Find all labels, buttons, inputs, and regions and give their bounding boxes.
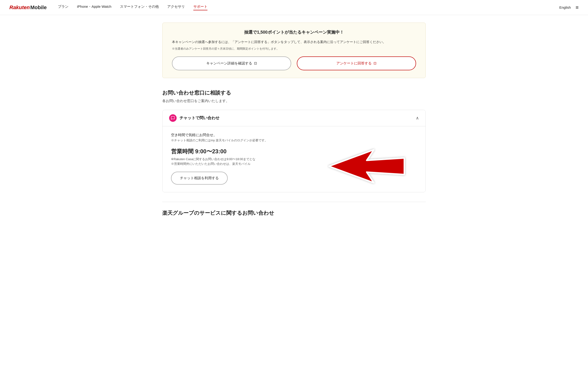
navbar: Rakuten Mobile プラン iPhone・Apple Watch スマ… [0, 0, 588, 15]
campaign-survey-button[interactable]: アンケートに回答する ⊡ [297, 56, 416, 70]
chat-card-body: 空き時間で気軽にお問合せ。 ※チャット相談のご利用にはmy 楽天モバイルのログイ… [162, 126, 426, 192]
campaign-survey-label: アンケートに回答する [336, 61, 372, 66]
campaign-title: 抽選で1,500ポイントが当たるキャンペーン実施中！ [172, 30, 416, 35]
campaign-buttons: キャンペーン詳細を確認する ⊡ アンケートに回答する ⊡ [172, 56, 416, 70]
contact-section-heading: お問い合わせ窓口に相談する [162, 89, 426, 96]
nav-link-support[interactable]: サポート [193, 4, 208, 10]
main-content: 抽選で1,500ポイントが当たるキャンペーン実施中！ 本キャンペーンの抽選へ参加… [153, 15, 435, 231]
nav-english-link[interactable]: English [559, 6, 571, 10]
section-divider [162, 202, 426, 202]
campaign-details-label: キャンペーン詳細を確認する [206, 61, 252, 66]
nav-link-smartphone[interactable]: スマートフォン・その他 [120, 4, 159, 10]
nav-right: English ≡ [559, 4, 578, 10]
chat-consult-button[interactable]: チャット相談を利用する [171, 172, 228, 184]
chat-card-title: チャットで問い合わせ [180, 115, 220, 121]
hamburger-icon[interactable]: ≡ [576, 4, 578, 10]
logo-rakuten: Rakuten [10, 4, 30, 10]
nav-link-accessory[interactable]: アクセサリ [167, 4, 185, 10]
nav-links: プラン iPhone・Apple Watch スマートフォン・その他 アクセサリ… [58, 4, 559, 10]
chat-contact-card: チャットで問い合わせ ∧ 空き時間で気軽にお問合せ。 ※チャット相談のご利用には… [162, 110, 426, 192]
campaign-description: 本キャンペーンの抽選へ参加するには、「アンケートに回答する」ボタンをタップして、… [172, 39, 416, 45]
nav-link-iphone[interactable]: iPhone・Apple Watch [77, 4, 111, 10]
business-note2: ※営業時間外にいただいたお問い合わせは、楽天モバイル [171, 162, 417, 166]
logo-mobile: Mobile [30, 4, 47, 10]
campaign-note: ※当選者のみアンケート回答月の翌々月末日頃に、期間限定ポイントを付与します。 [172, 47, 416, 51]
bottom-section-heading: 楽天グループのサービスに関するお問い合わせ [162, 210, 426, 216]
business-note1: ※Rakuten Casaに関するお問い合わせは9:00〜18:00までとな [171, 157, 417, 161]
campaign-survey-icon: ⊡ [374, 61, 376, 65]
logo-link[interactable]: Rakuten Mobile [10, 4, 46, 10]
campaign-details-button[interactable]: キャンペーン詳細を確認する ⊡ [172, 56, 291, 70]
chat-note-text: ※チャット相談のご利用にはmy 楽天モバイルのログインが必要です。 [171, 138, 417, 142]
chevron-up-icon[interactable]: ∧ [416, 116, 419, 121]
chat-bubble-icon [169, 114, 177, 122]
chat-card-header: チャットで問い合わせ ∧ [162, 110, 426, 126]
chat-consult-label: チャット相談を利用する [180, 176, 219, 180]
contact-section-subtext: 各お問い合わせ窓口をご案内いたします。 [162, 99, 426, 103]
campaign-banner: 抽選で1,500ポイントが当たるキャンペーン実施中！ 本キャンペーンの抽選へ参加… [162, 22, 426, 78]
chat-card-header-left: チャットで問い合わせ [169, 114, 220, 122]
nav-link-plan[interactable]: プラン [58, 4, 68, 10]
business-hours-label: 営業時間 9:00〜23:00 [171, 148, 417, 155]
campaign-details-icon: ⊡ [254, 61, 257, 65]
chat-intro-text: 空き時間で気軽にお問合せ。 [171, 133, 417, 137]
